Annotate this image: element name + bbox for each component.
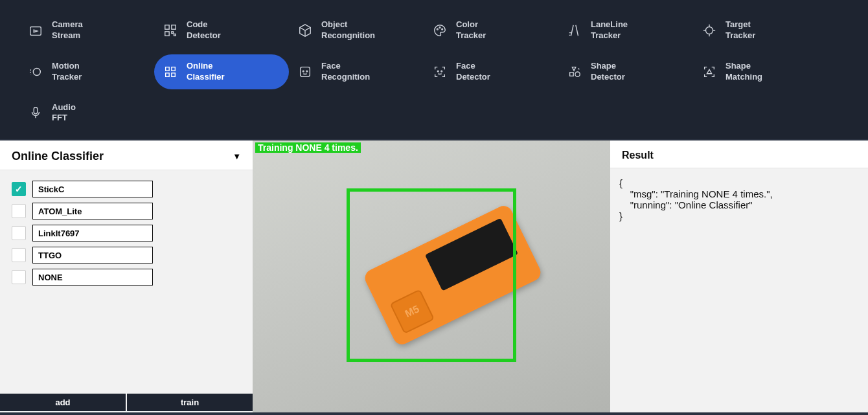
class-name-input[interactable] <box>32 269 153 286</box>
facedet-icon <box>433 65 447 79</box>
nav-label: CodeDetector <box>187 19 221 41</box>
svg-rect-0 <box>30 27 41 35</box>
main-area: Online Classifier ▼ add train save&run r… <box>0 139 868 415</box>
class-row <box>12 181 241 197</box>
top-nav: CameraStreamCodeDetectorObjectRecongniti… <box>0 0 868 139</box>
svg-rect-4 <box>165 32 169 36</box>
nav-item-camera-stream[interactable]: CameraStream <box>19 13 154 48</box>
class-name-input[interactable] <box>32 203 153 219</box>
nav-label: TargetTracker <box>725 19 755 41</box>
bottom-strip <box>0 412 868 415</box>
svg-line-9 <box>305 27 310 30</box>
class-checkbox[interactable] <box>12 182 26 196</box>
class-row <box>12 269 241 286</box>
class-list <box>0 170 253 394</box>
nav-label: FaceDetector <box>456 61 490 83</box>
class-checkbox[interactable] <box>12 270 26 284</box>
svg-rect-22 <box>166 73 169 77</box>
svg-point-26 <box>306 71 308 72</box>
nav-label: CameraStream <box>52 19 83 41</box>
nav-item-object-recongnition[interactable]: ObjectRecongnition <box>289 13 424 48</box>
svg-point-28 <box>441 71 442 72</box>
class-name-input[interactable] <box>32 181 153 197</box>
nav-label: ShapeDetector <box>591 61 625 83</box>
nav-label: OnlineClassifier <box>187 61 225 83</box>
nav-label: ColorTracker <box>456 19 486 41</box>
sidebar-title: Online Classifier <box>12 150 104 163</box>
cube-icon <box>298 23 312 38</box>
svg-rect-31 <box>570 73 574 76</box>
lane-icon <box>567 23 582 38</box>
class-checkbox[interactable] <box>12 248 26 262</box>
train-button[interactable]: train <box>127 394 253 411</box>
nav-item-online-classifier[interactable]: OnlineClassifier <box>154 54 289 89</box>
collapse-icon[interactable]: ▼ <box>233 151 241 161</box>
add-button[interactable]: add <box>0 394 126 411</box>
nav-item-face-recognition[interactable]: FaceRecognition <box>289 54 424 89</box>
target-icon <box>702 23 716 38</box>
camera-canvas: Training NONE 4 times. M5 <box>253 140 610 415</box>
qr-icon <box>163 23 177 38</box>
sidebar-header: Online Classifier ▼ <box>0 140 253 170</box>
nav-label: FaceRecognition <box>321 61 370 83</box>
svg-rect-33 <box>34 107 38 114</box>
nav-label: ObjectRecongnition <box>321 19 375 41</box>
sidebar: Online Classifier ▼ add train save&run r… <box>0 140 253 415</box>
svg-rect-23 <box>172 73 176 77</box>
detection-bbox <box>347 188 516 362</box>
nav-label: LaneLineTracker <box>591 19 628 41</box>
motion-icon <box>29 65 43 79</box>
nav-label: ShapeMatching <box>725 61 762 83</box>
class-row <box>12 247 241 264</box>
result-panel: Result { "msg": "Training NONE 4 times."… <box>610 140 868 415</box>
svg-point-12 <box>439 27 440 28</box>
grid-icon <box>163 65 177 79</box>
nav-item-motion-tracker[interactable]: MotionTracker <box>19 54 154 89</box>
nav-item-laneline-tracker[interactable]: LaneLineTracker <box>558 13 693 48</box>
class-name-input[interactable] <box>32 247 153 264</box>
training-overlay-label: Training NONE 4 times. <box>255 142 361 153</box>
nav-item-target-tracker[interactable]: TargetTracker <box>693 13 828 48</box>
shapematch-icon <box>702 65 716 79</box>
svg-line-8 <box>300 27 305 30</box>
nav-item-color-tracker[interactable]: ColorTracker <box>424 13 558 48</box>
class-checkbox[interactable] <box>12 204 26 218</box>
svg-marker-1 <box>34 30 38 32</box>
svg-marker-32 <box>707 69 711 73</box>
nav-item-face-detector[interactable]: FaceDetector <box>424 54 558 89</box>
svg-rect-3 <box>172 25 176 29</box>
svg-point-11 <box>437 28 438 30</box>
class-row <box>12 203 241 219</box>
camera-panel: Training NONE 4 times. M5 <box>253 140 610 415</box>
result-json: { "msg": "Training NONE 4 times.", "runn… <box>610 168 868 230</box>
class-name-input[interactable] <box>32 225 153 241</box>
svg-point-30 <box>575 72 580 76</box>
svg-rect-20 <box>166 67 169 71</box>
svg-rect-6 <box>174 34 176 36</box>
svg-point-25 <box>303 71 304 72</box>
class-row <box>12 225 241 241</box>
nav-item-shape-matching[interactable]: ShapeMatching <box>693 54 828 89</box>
svg-rect-24 <box>301 67 310 76</box>
svg-point-14 <box>706 27 713 34</box>
nav-item-code-detector[interactable]: CodeDetector <box>154 13 289 48</box>
class-checkbox[interactable] <box>12 226 26 240</box>
shape-icon <box>567 65 582 79</box>
palette-icon <box>433 23 447 38</box>
result-header: Result <box>610 140 868 168</box>
face-icon <box>298 65 312 79</box>
svg-point-27 <box>437 71 439 72</box>
svg-rect-21 <box>172 67 176 71</box>
mic-icon <box>29 106 43 120</box>
result-title: Result <box>622 150 654 161</box>
camera-icon <box>29 23 43 38</box>
svg-rect-2 <box>165 25 169 29</box>
nav-item-audio-fft[interactable]: AudioFFT <box>19 96 154 131</box>
svg-point-19 <box>33 68 40 75</box>
svg-point-13 <box>442 28 443 30</box>
nav-item-shape-detector[interactable]: ShapeDetector <box>558 54 693 89</box>
nav-label: MotionTracker <box>52 61 82 83</box>
svg-rect-5 <box>172 32 174 34</box>
svg-marker-29 <box>572 67 576 71</box>
nav-label: AudioFFT <box>52 102 76 124</box>
